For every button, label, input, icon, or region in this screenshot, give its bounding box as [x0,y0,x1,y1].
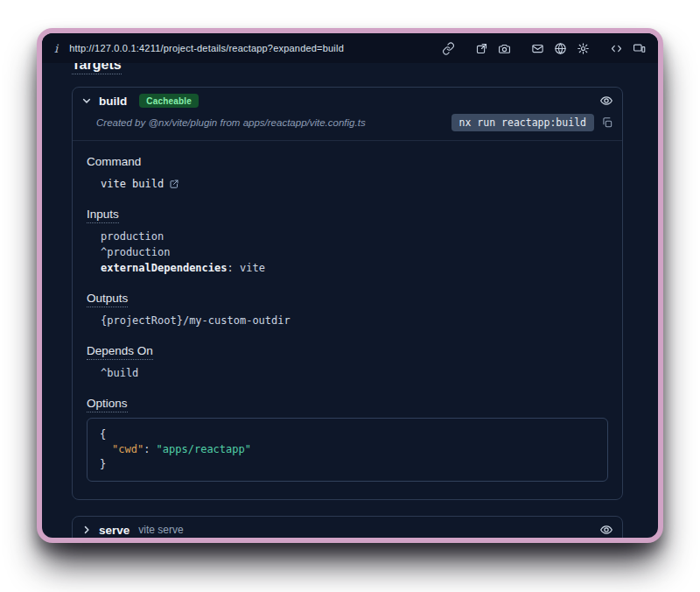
target-card-header: build Cacheable Created by @nx/vite/plug… [73,88,622,141]
external-link-icon[interactable] [169,179,179,189]
depends-on-label: Depends On [87,344,608,357]
command-label: Command [87,155,608,168]
page-content: Targets build Cacheable [42,63,658,538]
browser-viewport: i http://127.0.0.1:4211/project-details/… [42,33,658,538]
run-command-chip: nx run reactapp:build [452,114,594,131]
created-by-text: Created by @nx/vite/plugin from apps/rea… [96,117,366,128]
input-item: ^production [87,244,608,260]
target-card-serve: serve vite serve [72,516,623,538]
address-url[interactable]: http://127.0.0.1:4211/project-details/re… [69,43,344,53]
code-line: { [100,427,595,442]
eye-icon[interactable] [599,94,613,108]
cacheable-badge: Cacheable [139,94,199,108]
output-item: {projectRoot}/my-custom-outdir [87,313,608,328]
browser-titlebar: i http://127.0.0.1:4211/project-details/… [42,33,658,63]
input-item-external-deps: externalDependencies: vite [87,260,608,276]
target-card-build: build Cacheable Created by @nx/vite/plug… [72,87,623,500]
targets-heading: Targets [72,63,623,74]
settings-icon[interactable] [577,42,590,55]
command-value: vite build [87,176,608,192]
inputs-label: Inputs [87,208,608,221]
target-name: serve [99,524,130,537]
options-code-block: { "cwd": "apps/reactapp" } [87,418,608,482]
target-name: build [99,95,127,108]
target-card-body: Command vite build Inputs production ^pr… [73,141,622,499]
code-line: "cwd": "apps/reactapp" [100,442,595,457]
link-icon[interactable] [442,42,455,55]
eye-icon[interactable] [599,523,613,537]
titlebar-actions [442,42,646,55]
devices-icon[interactable] [633,42,646,55]
depends-on-item: ^build [87,365,608,381]
capture-icon[interactable] [475,42,488,55]
globe-icon[interactable] [554,42,567,55]
chevron-down-icon[interactable] [81,95,92,106]
copy-icon[interactable] [601,116,613,129]
command-text: vite build [101,176,164,192]
outputs-label: Outputs [87,292,608,305]
mail-icon[interactable] [531,42,544,55]
target-subtitle: vite serve [138,524,183,536]
page-info-icon[interactable]: i [54,43,58,54]
chevron-right-icon[interactable] [81,525,92,535]
targets-heading-text: Targets [72,63,122,74]
options-label: Options [87,397,608,410]
code-icon[interactable] [610,42,623,55]
camera-icon[interactable] [498,42,511,55]
input-item: production [87,229,608,244]
desktop-background: i http://127.0.0.1:4211/project-details/… [0,0,700,592]
browser-window: i http://127.0.0.1:4211/project-details/… [37,28,663,543]
code-line: } [100,457,595,472]
